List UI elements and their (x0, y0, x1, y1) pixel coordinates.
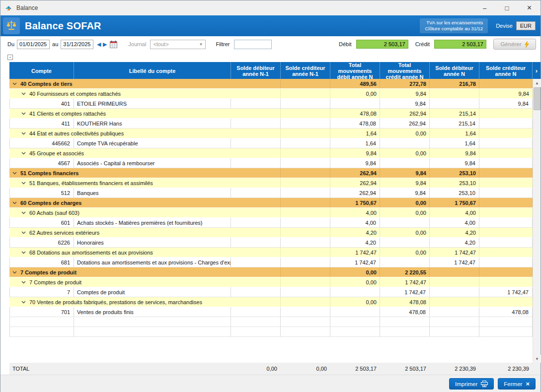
amount-cell: 9,84 (380, 168, 430, 178)
group-title: 7 Comptes de produit (20, 269, 77, 275)
column-header-mouvements-credit-n[interactable]: Total mouvements crédit année N (380, 62, 430, 80)
scrollbar-thumb[interactable] (534, 87, 541, 110)
minimize-button[interactable]: – (473, 0, 496, 15)
balance-row[interactable]: 68 Dotations aux amortissements et aux p… (9, 248, 533, 258)
amount-cell (281, 79, 330, 88)
date-from-input[interactable] (17, 40, 50, 49)
filter-input[interactable] (234, 40, 272, 49)
balance-row[interactable]: 40 Comptes de tiers489,56272,78216,78 (9, 79, 533, 89)
balance-row[interactable]: 41 Clients et comptes rattachés478,08262… (9, 109, 533, 119)
group-label: 51 Banques, établissements financiers et… (9, 178, 231, 188)
close-button[interactable]: × (518, 0, 541, 15)
collapse-all-button[interactable]: - (7, 55, 13, 60)
balance-row[interactable]: 7Comptes de produit1 742,471 742,47 (9, 287, 533, 297)
balance-row[interactable]: 51 Comptes financiers262,949,84253,10 (9, 168, 533, 178)
balance-row[interactable]: 60 Achats (sauf 603)4,000,004,00 (9, 208, 533, 218)
next-period-button[interactable]: ▶ (102, 41, 108, 48)
column-header-solde-debiteur-n[interactable]: Solde débiteur année N (430, 62, 479, 80)
cloture-text: Clôture comptable au 31/12 (425, 26, 483, 32)
chevron-down-icon[interactable] (21, 281, 26, 284)
balance-row[interactable]: 70 Ventes de produits fabriqués, prestat… (9, 297, 533, 307)
amount-cell (281, 168, 330, 178)
chevron-down-icon[interactable] (21, 152, 26, 155)
chevron-down-icon[interactable] (21, 92, 26, 95)
balance-row[interactable]: 60 Comptes de charges1 750,670,001 750,6… (9, 198, 533, 208)
vertical-scrollbar[interactable]: ▲ ▼ (533, 79, 541, 363)
maximize-button[interactable]: □ (496, 0, 518, 15)
previous-period-button[interactable]: ◀ (96, 41, 102, 48)
balance-row[interactable]: 7 Comptes de produit0,001 742,47 (9, 277, 533, 287)
amount-cell (479, 218, 533, 228)
column-header-solde-debiteur-n1[interactable]: Solde débiteur année N-1 (231, 62, 281, 80)
du-label: Du (7, 41, 14, 47)
journal-select[interactable]: <tout> ▼ (150, 40, 206, 49)
balance-row[interactable]: 411KOUTHERR Hans478,08262,94215,14 (9, 119, 533, 129)
balance-row[interactable]: 445662Compte TVA récupérable1,641,64 (9, 138, 533, 148)
scroll-columns-right-icon[interactable]: › (533, 62, 541, 80)
balance-row[interactable]: 44 État et autres collectivités publique… (9, 129, 533, 138)
scroll-up-icon[interactable]: ▲ (533, 79, 541, 87)
group-title: 62 Autres services extérieurs (29, 230, 99, 236)
chevron-down-icon[interactable] (12, 82, 17, 85)
chevron-down-icon[interactable] (12, 172, 17, 175)
amount-cell (281, 277, 330, 287)
amount-cell (281, 297, 330, 307)
balance-row[interactable]: 62 Autres services extérieurs4,200,004,2… (9, 228, 533, 238)
devise-button[interactable]: EUR (516, 21, 536, 30)
chevron-down-icon[interactable] (21, 231, 26, 234)
titlebar: Balance – □ × (0, 0, 541, 15)
amount-cell: 4,00 (330, 218, 380, 228)
amount-cell: 1 750,67 (430, 198, 479, 207)
group-title: 68 Dotations aux amortissements et aux p… (29, 250, 153, 256)
balance-row[interactable] (9, 317, 533, 327)
fermer-button[interactable]: Fermer × (498, 378, 536, 390)
amount-cell (380, 138, 430, 148)
column-header-compte[interactable]: Compte (9, 62, 74, 80)
amount-cell (430, 277, 479, 287)
chevron-down-icon[interactable] (21, 182, 26, 185)
chevron-down-icon[interactable] (21, 301, 26, 304)
balance-row[interactable]: 4567Associés - Capital à rembourser9,849… (9, 158, 533, 168)
amount-cell (281, 287, 330, 297)
balance-row[interactable]: 40 Fournisseurs et comptes rattachés0,00… (9, 89, 533, 99)
chevron-down-icon[interactable] (21, 211, 26, 214)
chevron-down-icon[interactable] (21, 251, 26, 254)
tva-mode-text: TVA sur les encaissements (425, 20, 483, 26)
amount-cell (479, 158, 533, 168)
balance-row[interactable]: 51 Banques, établissements financiers et… (9, 178, 533, 188)
column-header-libelle[interactable]: Libellé du compte (74, 62, 231, 80)
amount-cell: 1,64 (330, 129, 380, 138)
amount-cell: 9,84 (380, 99, 430, 109)
generer-label: Générer (500, 41, 521, 47)
group-title: 41 Clients et comptes rattachés (29, 111, 106, 117)
page-title: Balance SOFAR (25, 20, 101, 32)
account-number: 445662 (9, 138, 74, 148)
balance-row[interactable]: 45 Groupe et associés9,840,009,84 (9, 148, 533, 158)
balance-row[interactable]: 681Dotations aux amortissements et aux p… (9, 258, 533, 267)
chevron-down-icon[interactable] (12, 271, 17, 274)
scroll-down-icon[interactable]: ▼ (533, 355, 541, 363)
balance-row[interactable]: 6226Honoraires4,204,20 (9, 238, 533, 248)
chevron-down-icon[interactable] (21, 112, 26, 115)
column-header-solde-crediteur-n1[interactable]: Solde créditeur année N-1 (281, 62, 330, 80)
date-to-input[interactable] (61, 40, 93, 49)
balance-row[interactable]: 401ETOILE PRIMEURS9,849,84 (9, 99, 533, 109)
balance-row[interactable]: 512Banques262,949,84253,10 (9, 188, 533, 198)
column-header-mouvements-debit-n[interactable]: Total mouvements débit année N (330, 62, 380, 80)
collapse-strip: - (0, 52, 541, 62)
generer-button[interactable]: Générer (493, 39, 536, 50)
balance-row[interactable]: 7 Comptes de produit0,002 220,55 (9, 267, 533, 277)
balance-row[interactable]: 701Ventes de produits finis478,08478,08 (9, 307, 533, 317)
calendar-icon[interactable] (110, 41, 117, 48)
amount-cell: 1 750,67 (330, 198, 380, 207)
amount-cell: 478,08 (380, 297, 430, 307)
balance-row[interactable] (9, 327, 533, 337)
account-number: 601 (9, 218, 74, 228)
imprimer-button[interactable]: Imprimer (449, 378, 494, 390)
amount-cell (479, 168, 533, 178)
balance-row[interactable]: 601Achats stockés - Matières premières (… (9, 218, 533, 228)
chevron-down-icon[interactable] (12, 201, 17, 204)
chevron-down-icon[interactable] (21, 132, 26, 135)
amount-cell (380, 317, 430, 327)
column-header-solde-crediteur-n[interactable]: Solde créditeur année N (479, 62, 533, 80)
